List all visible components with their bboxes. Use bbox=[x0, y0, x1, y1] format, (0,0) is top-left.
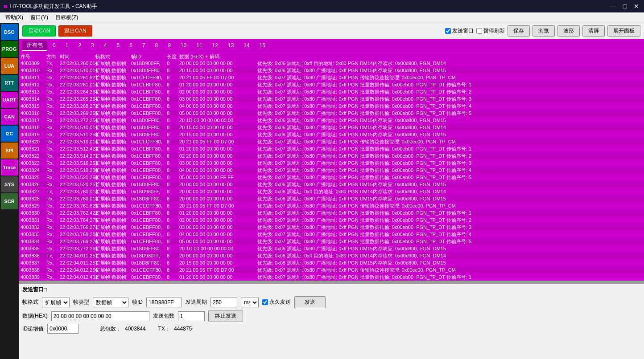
table-row[interactable]: 4003824 Rx, 22:02:03.518.280, 扩展帧,数据帧, 0… bbox=[19, 167, 644, 174]
table-row[interactable]: 4003818 Rx, 22:02:03.510.014, 扩展帧,数据帧, 0… bbox=[19, 124, 644, 131]
send-form-row2: 数据(HEX) 发送包数 终止发送 bbox=[19, 309, 644, 323]
table-row[interactable]: 4003826 Rx, 22:02:03.520.257, 扩展帧,数据帧, 0… bbox=[19, 181, 644, 188]
table-row[interactable]: 4003822 Rx, 22:02:03.514.271, 扩展帧,数据帧, 0… bbox=[19, 152, 644, 159]
data-hex-input[interactable] bbox=[51, 311, 149, 321]
wave-button[interactable]: 波形 bbox=[557, 25, 580, 37]
table-row[interactable]: 4003838 Rx, 22:02:04.012.256, 扩展帧,数据帧, 0… bbox=[19, 266, 644, 273]
filter-tab-5[interactable]: 5 bbox=[112, 41, 124, 49]
table-row[interactable]: 4003814 Rx, 22:02:03.265.264, 扩展帧,数据帧, 0… bbox=[19, 95, 644, 102]
table-row[interactable]: 4003834 Rx, 22:02:03.769.276, 扩展帧,数据帧, 0… bbox=[19, 238, 644, 245]
filter-tab-2[interactable]: 2 bbox=[74, 41, 86, 49]
sidebar-btn-rtt[interactable]: RTT bbox=[1, 75, 18, 91]
cell-dir: Rx, bbox=[46, 139, 60, 144]
start-can-button[interactable]: 启动CAN bbox=[22, 25, 56, 37]
sidebar-btn-spi[interactable]: SPI bbox=[1, 143, 18, 159]
filter-tab-1[interactable]: 1 bbox=[61, 41, 73, 49]
table-row[interactable]: 4003821 Rx, 22:02:03.512.423, 扩展帧,数据帧, 0… bbox=[19, 145, 644, 152]
table-row[interactable]: 4003810 Rx, 22:02:03.510.014, 扩展帧,数据帧, 0… bbox=[19, 67, 644, 74]
menu-help[interactable]: 帮助(X) bbox=[2, 13, 27, 22]
frame-id-input[interactable] bbox=[146, 298, 182, 307]
table-row[interactable]: 4003837 Rx, 22:02:04.011.257, 扩展帧,数据帧, 0… bbox=[19, 259, 644, 266]
filter-tab-7[interactable]: 7 bbox=[138, 41, 150, 49]
table-row[interactable]: 4003823 Rx, 22:02:03.516.263, 扩展帧,数据帧, 0… bbox=[19, 159, 644, 167]
table-row[interactable]: 4003832 Rx, 22:02:03.766.271, 扩展帧,数据帧, 0… bbox=[19, 224, 644, 231]
cell-data: 01 20 00 00 00 00 00 00 bbox=[179, 146, 257, 151]
table-row[interactable]: 4003835 Rx, 22:02:03.772.264, 扩展帧,数据帧, 0… bbox=[19, 245, 644, 252]
save-button[interactable]: 保存 bbox=[508, 25, 530, 37]
table-row[interactable]: 4003812 Rx, 22:02:03.261.014, 扩展帧,数据帧, 0… bbox=[19, 81, 644, 88]
table-row[interactable]: 4003819 Rx, 22:02:03.511.258, 扩展帧,数据帧, 0… bbox=[19, 131, 644, 138]
minimize-button[interactable]: — bbox=[609, 2, 617, 10]
filter-tab-12[interactable]: 12 bbox=[208, 41, 223, 49]
table-row[interactable]: 4003827 Tx, 22:02:03.760.013, 扩展帧,数据帧, 0… bbox=[19, 188, 644, 195]
send-interval-unit[interactable]: ms bbox=[241, 298, 259, 307]
cell-time: 22:02:03.268.272, bbox=[60, 103, 95, 109]
send-interval-input[interactable] bbox=[211, 298, 237, 307]
sidebar-btn-sys[interactable]: SYS bbox=[1, 176, 18, 192]
table-row[interactable]: 4003809 Tx, 22:02:03.260.014, 扩展帧,数据帧, 0… bbox=[19, 61, 644, 67]
send-count-input[interactable] bbox=[178, 311, 205, 321]
cell-id: 0x1CEBFF80, bbox=[131, 160, 167, 166]
forever-send-checkbox[interactable] bbox=[262, 299, 268, 305]
expand-button[interactable]: 展开面板 bbox=[607, 25, 640, 37]
filter-tab-14[interactable]: 14 bbox=[239, 41, 254, 49]
filter-tab-8[interactable]: 8 bbox=[151, 41, 163, 49]
table-row[interactable]: 4003820 Rx, 22:02:03.510.014, 扩展帧,数据帧, 0… bbox=[19, 138, 644, 145]
cell-id: 0x18D8FF80, bbox=[131, 125, 167, 130]
data-grid[interactable]: 4003807 Rx, 22:02:03.020.258, 扩展帧,数据帧, 0… bbox=[19, 61, 644, 281]
sidebar-btn-scr[interactable]: SCR bbox=[1, 193, 18, 209]
filter-tab-15[interactable]: 15 bbox=[255, 41, 270, 49]
sidebar-btn-lua[interactable]: LUA bbox=[1, 58, 18, 74]
sidebar-btn-dso[interactable]: DSO bbox=[1, 24, 18, 40]
filter-all-tab[interactable]: 所有包 bbox=[22, 41, 47, 51]
cell-decode: 优先级: 0x07 源地址: 0x80 广播地址: 0xff PGN 批量数据传… bbox=[257, 96, 642, 102]
table-row[interactable]: 4003816 Rx, 22:02:03.269.265, 扩展帧,数据帧, 0… bbox=[19, 110, 644, 117]
stop-can-button[interactable]: 退出CAN bbox=[58, 25, 92, 37]
cell-len: 8 bbox=[167, 224, 179, 230]
browse-button[interactable]: 浏览 bbox=[533, 25, 555, 37]
table-row[interactable]: 4003830 Rx, 22:02:03.762.422, 扩展帧,数据帧, 0… bbox=[19, 209, 644, 216]
cell-id: 0x1CECFF80, bbox=[131, 203, 167, 208]
table-row[interactable]: 4003839 Rx, 22:02:04.012.432, 扩展帧,数据帧, 0… bbox=[19, 273, 644, 281]
clear-button[interactable]: 清屏 bbox=[582, 25, 605, 37]
filter-tab-3[interactable]: 3 bbox=[87, 41, 99, 49]
table-row[interactable]: 4003833 Rx, 22:02:03.768.283, 扩展帧,数据帧, 0… bbox=[19, 231, 644, 238]
cell-len: 8 bbox=[167, 267, 179, 273]
filter-tab-10[interactable]: 10 bbox=[176, 41, 191, 49]
filter-tab-11[interactable]: 11 bbox=[192, 41, 206, 49]
filter-tab-4[interactable]: 4 bbox=[99, 41, 111, 49]
table-row[interactable]: 4003836 Tx, 22:02:04.011.257, 扩展帧,数据帧, 0… bbox=[19, 252, 644, 259]
filter-tab-9[interactable]: 9 bbox=[163, 41, 175, 49]
table-row[interactable]: 4003829 Rx, 22:02:03.761.825, 扩展帧,数据帧, 0… bbox=[19, 202, 644, 209]
table-row[interactable]: 4003825 Rx, 22:02:03.520.268, 扩展帧,数据帧, 0… bbox=[19, 174, 644, 181]
stop-send-button[interactable]: 终止发送 bbox=[208, 310, 243, 322]
table-row[interactable]: 4003817 Rx, 22:02:03.272.254, 扩展帧,数据帧, 0… bbox=[19, 117, 644, 124]
pause-checkbox[interactable] bbox=[476, 28, 482, 34]
filter-tab-13[interactable]: 13 bbox=[223, 41, 238, 49]
table-row[interactable]: 4003811 Rx, 22:02:03.261.827, 扩展帧,数据帧, 0… bbox=[19, 74, 644, 81]
table-row[interactable]: 4003813 Rx, 22:02:03.264.264, 扩展帧,数据帧, 0… bbox=[19, 88, 644, 95]
maximize-button[interactable]: □ bbox=[621, 2, 629, 10]
table-row[interactable]: 4003815 Rx, 22:02:03.268.272, 扩展帧,数据帧, 0… bbox=[19, 102, 644, 110]
sidebar-btn-i2c[interactable]: I2C bbox=[1, 126, 18, 142]
frame-type-select[interactable]: 数据帧 远程帧 bbox=[93, 298, 128, 307]
table-row[interactable]: 4003831 Rx, 22:02:03.764.275, 扩展帧,数据帧, 0… bbox=[19, 216, 644, 224]
sidebar-btn-prog[interactable]: PROG bbox=[1, 41, 18, 57]
filter-tab-6[interactable]: 6 bbox=[125, 41, 137, 49]
cell-time: 22:02:04.012.256, bbox=[60, 267, 95, 273]
id-channel-input[interactable] bbox=[47, 324, 78, 334]
table-row[interactable]: 4003828 Rx, 22:02:03.760.013, 扩展帧,数据帧, 0… bbox=[19, 195, 644, 202]
filter-tab-0[interactable]: 0 bbox=[48, 41, 60, 49]
send-window-checkbox[interactable] bbox=[445, 28, 451, 34]
tx-label: TX： bbox=[158, 325, 170, 333]
close-button[interactable]: ✕ bbox=[632, 2, 640, 10]
menu-window[interactable]: 窗口(Y) bbox=[27, 13, 52, 22]
menu-target[interactable]: 目标板(Z) bbox=[52, 13, 82, 22]
cell-decode: 优先级: 0x07 源地址: 0x80 广播地址: 0xff PGN 传输协议连… bbox=[257, 74, 642, 81]
send-button[interactable]: 发送 bbox=[294, 296, 326, 308]
sidebar-btn-trace[interactable]: Trace bbox=[1, 159, 18, 175]
cell-time: 22:02:03.265.264, bbox=[60, 96, 95, 102]
sidebar-btn-can[interactable]: CAN bbox=[1, 109, 18, 125]
sidebar-btn-uart[interactable]: UART bbox=[1, 92, 18, 108]
frame-format-select[interactable]: 扩展帧 标准帧 bbox=[42, 298, 70, 307]
